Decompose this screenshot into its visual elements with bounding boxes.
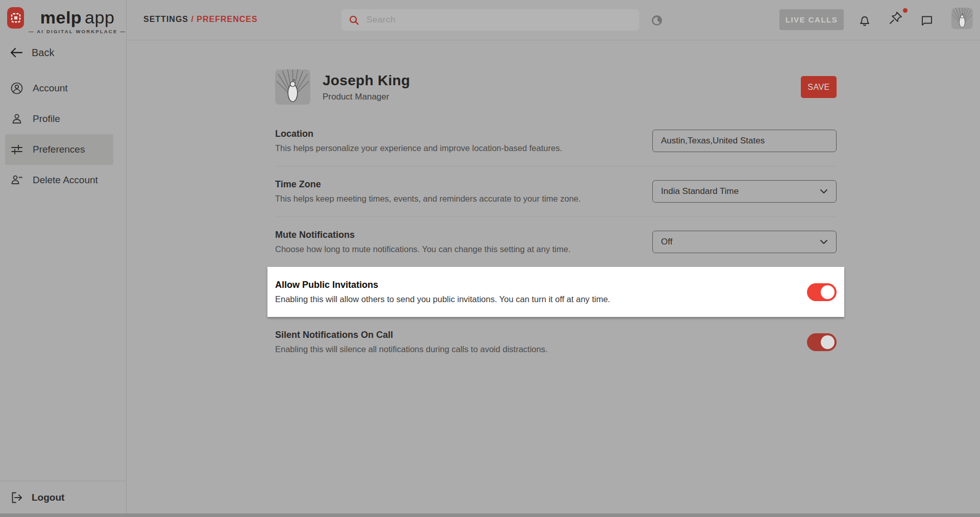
- setting-row-allow-public-invitations: Allow Public Invitations Enabling this w…: [267, 267, 844, 317]
- setting-title: Time Zone: [275, 179, 581, 190]
- app-logo[interactable]: melpapp — AI DIGITAL WORKPLACE —: [0, 0, 126, 34]
- sidebar-item-preferences[interactable]: Preferences: [5, 134, 113, 165]
- profile-icon: [10, 112, 23, 126]
- sidebar-item-label: Preferences: [33, 144, 85, 155]
- chevron-down-icon: [820, 239, 828, 244]
- sidebar-item-label: Delete Account: [33, 175, 98, 186]
- logout-label: Logout: [32, 492, 64, 503]
- notification-dot: [903, 8, 908, 13]
- mute-notifications-select[interactable]: Off: [652, 231, 837, 253]
- preferences-icon: [10, 143, 23, 156]
- setting-title: Location: [275, 129, 562, 139]
- chevron-down-icon: [820, 189, 828, 194]
- setting-row-location: Location This helps personalize your exp…: [275, 116, 837, 166]
- allow-public-invitations-toggle[interactable]: [807, 283, 837, 301]
- back-button[interactable]: Back: [0, 34, 126, 64]
- setting-row-silent-notifications-on-call: Silent Notifications On Call Enabling th…: [275, 317, 837, 367]
- setting-title: Allow Public Invitations: [275, 280, 610, 290]
- bottom-edge-strip: [0, 513, 980, 517]
- logout-icon: [10, 491, 23, 504]
- notifications-bell-icon[interactable]: [857, 13, 872, 28]
- main-content: Joseph King Product Manager SAVE Locatio…: [127, 40, 980, 513]
- sidebar-nav: Account Profile Preferences: [0, 73, 126, 195]
- back-label: Back: [32, 47, 54, 59]
- setting-title: Silent Notifications On Call: [275, 330, 548, 340]
- profile-role: Product Manager: [323, 92, 410, 102]
- breadcrumb-section: SETTINGS: [143, 15, 188, 23]
- logout-button[interactable]: Logout: [0, 481, 126, 513]
- account-icon: [10, 82, 23, 95]
- setting-description: Enabling this will silence all notificat…: [275, 344, 548, 354]
- dark-mode-icon[interactable]: [650, 14, 664, 27]
- silent-notifications-on-call-toggle[interactable]: [807, 333, 837, 351]
- toggle-knob: [821, 285, 835, 299]
- sidebar-item-label: Account: [33, 83, 68, 94]
- arrow-left-icon: [9, 46, 23, 59]
- setting-description: Enabling this will allow others to send …: [275, 294, 610, 304]
- sidebar-item-delete-account[interactable]: Delete Account: [5, 165, 113, 195]
- search-box[interactable]: [341, 9, 639, 31]
- setting-description: Choose how long to mute notifications. Y…: [275, 244, 571, 254]
- setting-description: This helps personalize your experience a…: [275, 143, 562, 153]
- time-zone-value: India Standard Time: [661, 186, 739, 196]
- chat-icon[interactable]: [920, 13, 934, 28]
- pinned-items-icon[interactable]: [888, 10, 906, 29]
- sidebar-item-account[interactable]: Account: [5, 73, 113, 104]
- sidebar-item-label: Profile: [33, 113, 60, 125]
- time-zone-select[interactable]: India Standard Time: [652, 180, 837, 203]
- user-minus-icon: [10, 174, 23, 187]
- setting-row-time-zone: Time Zone This helps keep meeting times,…: [275, 166, 837, 217]
- setting-description: This helps keep meeting times, events, a…: [275, 194, 581, 204]
- brand-tagline: — AI DIGITAL WORKPLACE —: [29, 29, 126, 34]
- topbar: SETTINGS / PREFRENCES LIVE CALLS: [127, 0, 980, 40]
- toggle-knob: [821, 335, 835, 349]
- user-avatar[interactable]: [951, 8, 973, 29]
- brand-name: melpapp: [40, 7, 115, 28]
- sidebar: melpapp — AI DIGITAL WORKPLACE — Back Ac…: [0, 0, 127, 513]
- sidebar-item-profile[interactable]: Profile: [5, 104, 113, 134]
- settings-rows: Location This helps personalize your exp…: [275, 116, 837, 367]
- mute-notifications-value: Off: [661, 237, 672, 247]
- breadcrumb-page: PREFRENCES: [197, 15, 257, 23]
- breadcrumb-divider: /: [191, 15, 197, 23]
- location-input[interactable]: [652, 130, 837, 152]
- profile-name: Joseph King: [323, 72, 410, 89]
- melp-logo-icon: [7, 7, 24, 29]
- live-calls-button[interactable]: LIVE CALLS: [779, 9, 844, 30]
- profile-header: Joseph King Product Manager SAVE: [275, 69, 837, 105]
- profile-avatar: [275, 69, 310, 105]
- save-button[interactable]: SAVE: [801, 76, 837, 98]
- search-icon: [349, 15, 359, 26]
- setting-title: Mute Notifications: [275, 230, 571, 240]
- setting-row-mute-notifications: Mute Notifications Choose how long to mu…: [275, 217, 837, 267]
- search-input[interactable]: [366, 15, 632, 25]
- breadcrumb: SETTINGS / PREFRENCES: [143, 15, 258, 24]
